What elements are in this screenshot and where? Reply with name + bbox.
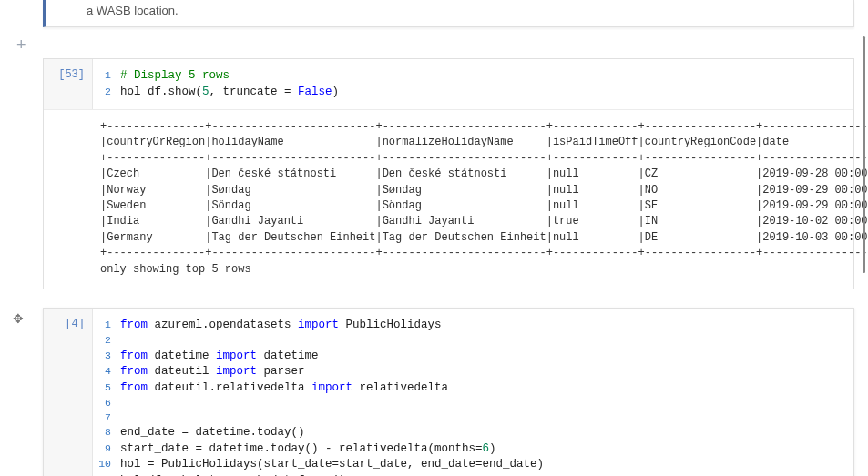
code-line[interactable]: 1# Display 5 rows — [98, 68, 853, 85]
cell-exec-count: [53] — [44, 59, 93, 109]
code-editor[interactable]: 1from azureml.opendatasets import Public… — [93, 309, 853, 476]
page-scrollbar-thumb[interactable] — [863, 36, 865, 273]
code-text[interactable]: end_date = datetime.today() — [120, 425, 305, 441]
line-number: 1 — [98, 318, 120, 332]
line-number: 2 — [98, 333, 120, 348]
code-line[interactable]: 8end_date = datetime.today() — [98, 425, 853, 441]
line-number: 4 — [98, 364, 120, 379]
code-text[interactable]: hol = PublicHolidays(start_date=start_da… — [120, 457, 544, 473]
code-line[interactable]: 2 — [98, 333, 853, 348]
code-line[interactable]: 1from azureml.opendatasets import Public… — [98, 318, 853, 334]
line-number: 9 — [98, 441, 120, 456]
line-number: 2 — [98, 85, 120, 99]
code-text[interactable]: from azureml.opendatasets import PublicH… — [120, 318, 442, 334]
line-number: 5 — [98, 380, 120, 395]
line-number: 10 — [98, 457, 120, 471]
line-number: 1 — [98, 68, 120, 83]
code-text[interactable]: from dateutil.relativedelta import relat… — [120, 380, 448, 397]
code-text[interactable]: hol_df.show(5, truncate = False) — [120, 85, 339, 101]
code-line[interactable]: 6 — [98, 396, 853, 410]
line-number: 6 — [98, 396, 120, 410]
cell-output: +---------------+-----------------------… — [44, 109, 853, 289]
notebook-cell[interactable]: [53] 1# Display 5 rows2hol_df.show(5, tr… — [43, 58, 854, 289]
notebook-cell[interactable]: [4] 1from azureml.opendatasets import Pu… — [43, 308, 854, 476]
page-scrollbar-track[interactable] — [863, 36, 865, 273]
code-text[interactable]: # Display 5 rows — [120, 68, 230, 85]
code-text[interactable]: from datetime import datetime — [120, 349, 319, 365]
code-line[interactable]: 9start_date = datetime.today() - relativ… — [98, 441, 853, 458]
code-line[interactable]: 2hol_df.show(5, truncate = False) — [98, 85, 853, 101]
cell-exec-count: [4] — [44, 309, 93, 476]
code-line[interactable]: 3from datetime import datetime — [98, 349, 853, 365]
info-alert-box: a WASB location. — [43, 0, 854, 27]
code-text[interactable]: start_date = datetime.today() - relative… — [120, 441, 496, 458]
line-number: 7 — [98, 410, 120, 425]
code-editor[interactable]: 1# Display 5 rows2hol_df.show(5, truncat… — [93, 59, 853, 109]
code-text[interactable]: from dateutil import parser — [120, 364, 305, 380]
code-line[interactable]: 4from dateutil import parser — [98, 364, 853, 380]
move-cell-handle[interactable]: ✥ — [13, 311, 24, 326]
add-cell-button[interactable]: + — [16, 36, 868, 53]
line-number: 8 — [98, 425, 120, 440]
line-number: 3 — [98, 349, 120, 363]
code-line[interactable]: 5from dateutil.relativedelta import rela… — [98, 380, 853, 397]
code-line[interactable]: 7 — [98, 410, 853, 425]
code-line[interactable]: 10hol = PublicHolidays(start_date=start_… — [98, 457, 853, 473]
